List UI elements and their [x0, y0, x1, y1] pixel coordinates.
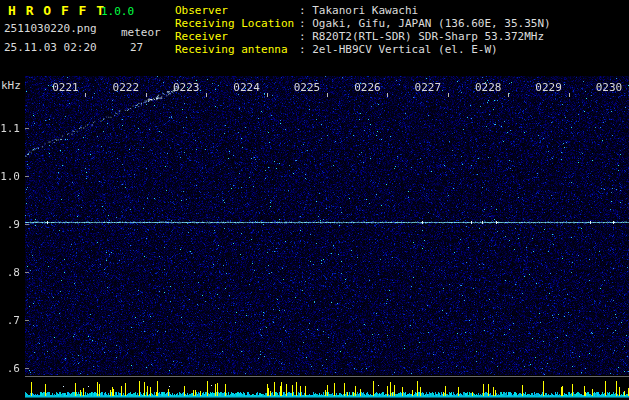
station-row-colon: : — [299, 43, 312, 56]
time-tick-label: 0224 — [230, 81, 264, 94]
record-timestamp: 25.11.03 02:20 — [4, 41, 97, 54]
time-tick-mark — [85, 93, 86, 97]
freq-tick-label: 1.0 — [0, 170, 20, 183]
time-tick-label: 0221 — [48, 81, 82, 94]
freq-tick-mark — [25, 272, 29, 273]
freq-tick-label: .6 — [0, 362, 20, 375]
time-tick-mark — [569, 93, 570, 97]
station-row-value: R820T2(RTL-SDR) SDR-Sharp 53.372MHz — [312, 30, 544, 43]
time-tick-mark — [508, 93, 509, 97]
echo-count: 27 — [130, 41, 143, 54]
freq-axis-unit-label: kHz — [1, 79, 21, 92]
time-tick-label: 0230 — [592, 81, 626, 94]
freq-tick-label: .7 — [0, 314, 20, 327]
time-tick-mark — [387, 93, 388, 97]
station-row-value: Takanori Kawachi — [312, 4, 418, 17]
time-tick-label: 0225 — [290, 81, 324, 94]
freq-tick-mark — [25, 176, 29, 177]
freq-tick-label: 1.1 — [0, 122, 20, 135]
station-row-label: Receiving Location — [175, 17, 299, 30]
app-title: H R O F F T — [8, 3, 105, 18]
station-row-label: Receiver — [175, 30, 299, 43]
time-tick-mark — [448, 93, 449, 97]
freq-tick-mark — [25, 368, 29, 369]
time-tick-label: 0223 — [169, 81, 203, 94]
time-tick-mark — [206, 93, 207, 97]
app-version: 1.0.0 — [101, 5, 134, 18]
time-tick-mark — [146, 93, 147, 97]
station-row: Observer: Takanori Kawachi — [175, 4, 551, 17]
time-tick-label: 0229 — [532, 81, 566, 94]
station-row-label: Observer — [175, 4, 299, 17]
station-row-colon: : — [299, 30, 312, 43]
time-tick-mark — [327, 93, 328, 97]
freq-tick-mark — [25, 320, 29, 321]
station-row-value: 2el-HB9CV Vertical (el. E-W) — [312, 43, 497, 56]
station-row-colon: : — [299, 4, 312, 17]
output-filename: 2511030220.png — [4, 22, 97, 35]
time-tick-label: 0226 — [350, 81, 384, 94]
spectrogram-canvas — [25, 76, 629, 375]
station-row: Receiver: R820T2(RTL-SDR) SDR-Sharp 53.3… — [175, 30, 551, 43]
station-row: Receiving Location: Ogaki, Gifu, JAPAN (… — [175, 17, 551, 30]
spectrogram-bottom-axis-line — [25, 376, 629, 377]
freq-tick-label: .9 — [0, 218, 20, 231]
freq-tick-mark — [25, 224, 29, 225]
time-tick-label: 0222 — [109, 81, 143, 94]
signal-level-strip-canvas — [25, 380, 629, 398]
mode-label: meteor — [121, 26, 161, 39]
station-row-colon: : — [299, 17, 312, 30]
station-info: Observer: Takanori KawachiReceiving Loca… — [175, 4, 551, 56]
station-row-value: Ogaki, Gifu, JAPAN (136.60E, 35.35N) — [312, 17, 550, 30]
time-tick-label: 0227 — [411, 81, 445, 94]
time-tick-mark — [267, 93, 268, 97]
station-row: Receiving antenna: 2el-HB9CV Vertical (e… — [175, 43, 551, 56]
freq-tick-mark — [25, 128, 29, 129]
time-tick-label: 0228 — [471, 81, 505, 94]
freq-tick-label: .8 — [0, 266, 20, 279]
hrofft-output: H R O F F T 1.0.0 2511030220.png meteor … — [0, 0, 629, 400]
station-row-label: Receiving antenna — [175, 43, 299, 56]
